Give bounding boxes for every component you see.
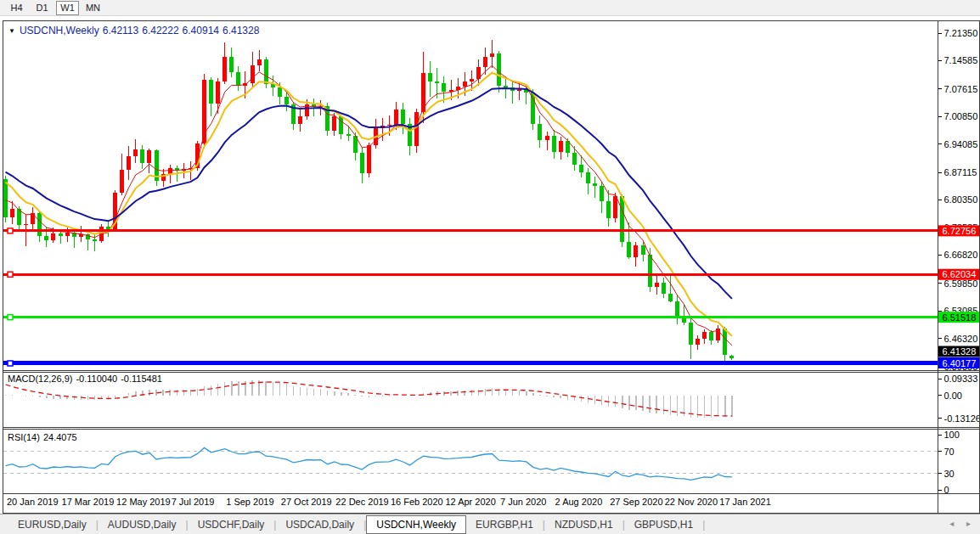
- price-tick-label: 7.21350: [944, 28, 978, 38]
- price-tick-label: 6.87115: [944, 167, 977, 177]
- symbol-tab-eurusd[interactable]: EURUSD,Daily: [8, 516, 96, 533]
- macd-indicator-label: MACD(12,26,9)-0.110040-0.115481: [8, 374, 166, 384]
- symbol-tab-audusd[interactable]: AUDUSD,Daily: [99, 516, 186, 533]
- symbol-tab-usdcad[interactable]: USDCAD,Daily: [276, 516, 363, 533]
- ohlc-high: 6.42222: [142, 25, 178, 37]
- rsi-indicator-label: RSI(14)24.4075: [8, 432, 81, 442]
- symbol-tab-usdcnh[interactable]: USDCNH,Weekly: [366, 515, 466, 534]
- hline-price-label: 6.62034: [943, 269, 977, 279]
- hline-handle: [8, 228, 13, 233]
- tab-scroll-arrows[interactable]: ◂ ▸: [949, 519, 976, 528]
- trading-terminal: H4D1W1MN 7.213507.145857.076157.008506.9…: [0, 0, 980, 534]
- rsi-tick-label: 30: [944, 469, 955, 479]
- chart-canvas: 7.213507.145857.076157.008506.940856.871…: [0, 0, 980, 534]
- date-tick-label: 7 Jul 2019: [172, 497, 215, 507]
- rsi-tick-label: 100: [944, 430, 960, 440]
- symbol-tab-usdchf[interactable]: USDCHF,Daily: [189, 516, 274, 533]
- date-tick-label: 12 May 2019: [116, 497, 171, 507]
- macd-tick-label: -0.131263: [944, 413, 980, 424]
- tab-separator: |: [702, 519, 705, 531]
- symbol-tab-bar: EURUSD,Daily|AUDUSD,Daily|USDCHF,Daily|U…: [0, 514, 980, 534]
- ohlc-close: 6.41328: [222, 25, 259, 37]
- symbol-tab-nzdusd[interactable]: NZDUSD,H1: [545, 516, 622, 533]
- date-tick-label: 12 Apr 2020: [445, 497, 495, 507]
- date-tick-label: 17 Mar 2019: [62, 497, 115, 507]
- current-price-label: 6.41328: [943, 346, 977, 357]
- ohlc-low: 6.40914: [183, 25, 219, 37]
- macd-main-value: -0.110040: [76, 374, 117, 384]
- date-tick-label: 22 Dec 2019: [335, 497, 388, 507]
- hline-handle: [8, 361, 13, 366]
- date-tick-label: 22 Nov 2020: [665, 497, 718, 507]
- price-tick-label: 7.07615: [944, 84, 978, 94]
- chart-symbol: USDCNH,Weekly: [20, 25, 99, 37]
- price-tick-label: 6.80350: [944, 194, 978, 205]
- symbol-tab-eurgbp[interactable]: EURGBP,H1: [466, 516, 543, 533]
- price-tick-label: 7.00850: [944, 111, 978, 121]
- date-tick-label: 17 Jan 2021: [719, 497, 771, 507]
- date-tick-label: 27 Sep 2020: [610, 497, 662, 507]
- macd-name: MACD(12,26,9): [8, 374, 72, 384]
- symbol-tab-gbpusd[interactable]: GBPUSD,H1: [625, 516, 702, 533]
- hline-handle: [8, 315, 13, 320]
- price-tick-label: 6.46320: [944, 334, 978, 344]
- macd-tick-label: 0.00: [944, 391, 962, 401]
- price-tick-label: 6.94085: [944, 139, 978, 149]
- date-tick-label: 1 Sep 2019: [226, 497, 273, 507]
- ohlc-open: 6.42113: [103, 25, 139, 37]
- macd-tick-label: 0.09333: [944, 374, 978, 384]
- hline-price-label: 6.51518: [943, 312, 977, 323]
- date-tick-label: 7 Jun 2020: [500, 497, 546, 507]
- date-tick-label: 16 Feb 2020: [391, 497, 443, 507]
- hline-handle: [8, 272, 13, 277]
- price-tick-label: 6.66820: [944, 250, 978, 260]
- date-tick-label: 2 Aug 2020: [555, 497, 603, 507]
- rsi-value: 24.4075: [43, 432, 77, 442]
- hline-price-label: 6.40177: [943, 358, 977, 368]
- date-tick-label: 27 Oct 2019: [281, 497, 332, 507]
- chart-dropdown-icon[interactable]: ▼: [8, 27, 15, 35]
- rsi-tick-label: 70: [944, 447, 955, 457]
- hline-price-label: 6.72756: [943, 226, 977, 236]
- macd-signal-value: -0.115481: [121, 374, 162, 384]
- chart-title: ▼USDCNH,Weekly6.421136.422226.409146.413…: [8, 25, 262, 37]
- date-tick-label: 20 Jan 2019: [7, 497, 59, 507]
- price-tick-label: 7.14585: [944, 55, 978, 65]
- rsi-name: RSI(14): [8, 432, 40, 442]
